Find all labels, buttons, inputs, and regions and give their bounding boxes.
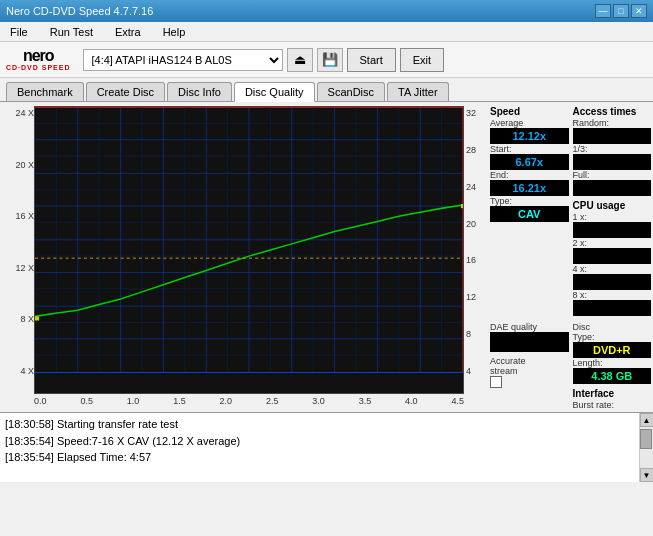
average-value: 12.12x [490,128,569,144]
cpu-title: CPU usage [573,200,652,211]
length-label: Length: [573,358,652,368]
log-line-1: [18:30:58] Starting transfer rate test [5,416,634,433]
speed-title: Speed [490,106,569,117]
menu-run-test[interactable]: Run Test [44,24,99,40]
full-label: Full: [573,170,652,180]
tab-disc-quality[interactable]: Disc Quality [234,82,315,102]
accurate-stream-checkbox[interactable] [490,376,502,388]
menu-help[interactable]: Help [157,24,192,40]
start-button[interactable]: Start [347,48,396,72]
chart-wrapper: 24 X 20 X 16 X 12 X 8 X 4 X [6,106,488,412]
speed-section: Speed Average 12.12x Start: 6.67x End: 1… [490,106,569,316]
menu-bar: File Run Test Extra Help [0,22,653,42]
y-label-20: 20 X [15,160,34,170]
exit-button[interactable]: Exit [400,48,444,72]
random-value [573,128,652,144]
y-right-4: 4 [466,366,471,376]
x-label-35: 3.5 [359,396,372,406]
access-title: Access times [573,106,652,117]
tabs-bar: Benchmark Create Disc Disc Info Disc Qua… [0,78,653,102]
toolbar: nero CD·DVD SPEED [4:4] ATAPI iHAS124 B … [0,42,653,78]
x-label-15: 1.5 [173,396,186,406]
minimize-button[interactable]: — [595,4,611,18]
end-value: 16.21x [490,180,569,196]
chart-area: 24 X 20 X 16 X 12 X 8 X 4 X [6,106,488,394]
drive-selector[interactable]: [4:4] ATAPI iHAS124 B AL0S [83,49,283,71]
interface-title: Interface [573,388,652,399]
log-area: [18:30:58] Starting transfer rate test [… [0,412,653,482]
y-axis-left: 24 X 20 X 16 X 12 X 8 X 4 X [6,106,34,394]
log-line-2: [18:35:54] Speed:7-16 X CAV (12.12 X ave… [5,433,634,450]
scroll-thumb[interactable] [640,429,652,449]
logo: nero CD·DVD SPEED [6,48,71,71]
cpu-8x-value [573,300,652,316]
start-value: 6.67x [490,154,569,170]
onethird-label: 1/3: [573,144,652,154]
cpu-1x-label: 1 x: [573,212,652,222]
log-scrollbar[interactable]: ▲ ▼ [639,413,653,482]
burst-label: Burst rate: [573,400,652,410]
accurate-checkbox-row [490,376,569,388]
scroll-track [640,427,653,468]
cpu-8x-label: 8 x: [573,290,652,300]
type-label: Type: [490,196,569,206]
full-value [573,180,652,196]
random-label: Random: [573,118,652,128]
close-button[interactable]: ✕ [631,4,647,18]
eject-icon[interactable]: ⏏ [287,48,313,72]
svg-rect-40 [35,316,39,320]
tab-scan-disc[interactable]: ScanDisc [317,82,385,101]
y-right-32: 32 [466,108,476,118]
tab-benchmark[interactable]: Benchmark [6,82,84,101]
length-value: 4.38 GB [573,368,652,384]
logo-sub: CD·DVD SPEED [6,64,71,71]
tab-disc-info[interactable]: Disc Info [167,82,232,101]
right-panel: Speed Average 12.12x Start: 6.67x End: 1… [488,102,653,412]
onethird-value [573,154,652,170]
disc-label: Disc [573,322,652,332]
y-right-24: 24 [466,182,476,192]
chart-svg [35,107,463,393]
window-controls: — □ ✕ [595,4,647,18]
cpu-2x-value [573,248,652,264]
x-label-45: 4.5 [451,396,464,406]
y-label-4: 4 X [20,366,34,376]
svg-rect-41 [461,204,463,208]
bottom-section: DAE quality Accurate stream Disc Type: D… [490,322,651,410]
scroll-down-button[interactable]: ▼ [640,468,654,482]
save-icon[interactable]: 💾 [317,48,343,72]
cpu-4x-value [573,274,652,290]
disc-type-label2: Type: [573,332,652,342]
x-axis: 0.0 0.5 1.0 1.5 2.0 2.5 3.0 3.5 4.0 4.5 [6,394,488,412]
disc-type-value: DVD+R [573,342,652,358]
x-label-3: 3.0 [312,396,325,406]
x-label-4: 4.0 [405,396,418,406]
access-times-section: Access times Random: 1/3: Full: CPU usag… [573,106,652,316]
y-right-20: 20 [466,219,476,229]
maximize-button[interactable]: □ [613,4,629,18]
menu-extra[interactable]: Extra [109,24,147,40]
app-title: Nero CD-DVD Speed 4.7.7.16 [6,5,153,17]
average-label: Average [490,118,569,128]
menu-file[interactable]: File [4,24,34,40]
cpu-4x-label: 4 x: [573,264,652,274]
log-content: [18:30:58] Starting transfer rate test [… [0,413,639,482]
y-axis-right: 32 28 24 20 16 12 8 4 [464,106,488,394]
log-line-3: [18:35:54] Elapsed Time: 4:57 [5,449,634,466]
title-bar: Nero CD-DVD Speed 4.7.7.16 — □ ✕ [0,0,653,22]
y-right-28: 28 [466,145,476,155]
logo-text: nero [23,48,54,64]
y-right-8: 8 [466,329,471,339]
y-label-8: 8 X [20,314,34,324]
scroll-up-button[interactable]: ▲ [640,413,654,427]
tab-ta-jitter[interactable]: TA Jitter [387,82,449,101]
y-label-12: 12 X [15,263,34,273]
tab-create-disc[interactable]: Create Disc [86,82,165,101]
y-right-16: 16 [466,255,476,265]
start-label: Start: [490,144,569,154]
type-value: CAV [490,206,569,222]
dae-value [490,332,569,352]
cpu-2x-label: 2 x: [573,238,652,248]
top-section: Speed Average 12.12x Start: 6.67x End: 1… [490,106,651,316]
accurate-label: Accurate [490,356,569,366]
